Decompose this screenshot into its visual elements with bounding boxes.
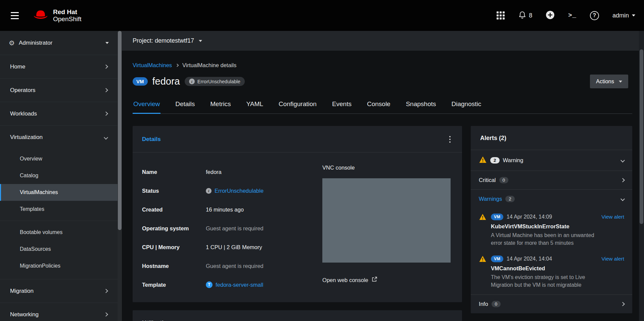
details-list: Name fedora Status i ErrorUnschedulable … (142, 163, 312, 294)
alerts-info-row[interactable]: Info 0 (471, 294, 632, 313)
notifications-button[interactable]: 8 (518, 10, 532, 20)
sidebar-item-label: Operators (10, 87, 36, 94)
chevron-right-icon (104, 64, 108, 69)
sidebar-scrollbar (118, 31, 122, 321)
redhat-openshift-logo[interactable]: Red Hat OpenShift (32, 8, 82, 23)
utilization-card-title: Utilization (142, 320, 171, 321)
sidebar-item-migrationpolicies[interactable]: MigrationPolicies (0, 258, 118, 274)
nav-toggle-button[interactable] (9, 10, 21, 21)
warning-icon (479, 256, 491, 289)
alert-name: KubeVirtVMStuckInErrorState (491, 223, 624, 230)
details-card-title[interactable]: Details (142, 136, 161, 143)
view-alert-link[interactable]: View alert (601, 214, 624, 220)
warning-icon (479, 156, 487, 165)
tab-diagnostic[interactable]: Diagnostic (451, 98, 482, 114)
info-label: Info (479, 301, 488, 307)
sidebar-item-templates[interactable]: Templates (0, 201, 118, 218)
plus-circle-icon (546, 10, 555, 20)
sidebar-item-label: Home (10, 63, 25, 70)
tab-yaml[interactable]: YAML (246, 98, 264, 114)
tab-snapshots[interactable]: Snapshots (405, 98, 437, 114)
critical-label: Critical (479, 177, 496, 183)
help-icon: ? (590, 11, 599, 20)
breadcrumb-link-virtualmachines[interactable]: VirtualMachines (133, 62, 172, 68)
sidebar-item-datasources[interactable]: DataSources (0, 241, 118, 258)
sidebar-item-label: Networking (10, 311, 39, 318)
redhat-fedora-icon (32, 8, 49, 22)
open-web-console-link[interactable]: Open web console (322, 277, 453, 283)
breadcrumb: VirtualMachines VirtualMachine details (133, 62, 632, 68)
chevron-down-icon (104, 135, 108, 140)
apps-grid-icon (497, 11, 505, 19)
main-scrollbar-thumb[interactable] (640, 49, 643, 224)
chevron-right-icon (104, 111, 108, 116)
detail-label-cpu-memory: CPU | Memory (142, 244, 206, 250)
alerts-warnings-row[interactable]: Warnings 2 (471, 189, 632, 208)
tab-configuration[interactable]: Configuration (278, 98, 317, 114)
warning-count-badge: 2 (490, 157, 500, 164)
chevron-right-icon (104, 88, 108, 92)
sidebar-item-virtualization[interactable]: Virtualization (0, 126, 118, 149)
status-badge[interactable]: i ErrorUnschedulable (185, 77, 245, 86)
caret-down-icon (199, 40, 202, 42)
actions-dropdown-button[interactable]: Actions (590, 75, 628, 88)
tab-metrics[interactable]: Metrics (210, 98, 231, 114)
notification-count: 8 (529, 12, 532, 19)
sidebar-scrollbar-thumb[interactable] (118, 31, 122, 230)
template-link[interactable]: fedora-server-small (216, 282, 263, 288)
sidebar-item-home[interactable]: Home (0, 55, 118, 79)
quick-create-button[interactable] (546, 10, 555, 20)
sidebar-item-operators[interactable]: Operators (0, 79, 118, 102)
tab-events[interactable]: Events (331, 98, 352, 114)
perspective-switcher[interactable]: ⚙ Administrator (0, 31, 118, 55)
view-alert-link[interactable]: View alert (601, 256, 624, 262)
cli-terminal-button[interactable]: >_ (568, 12, 577, 19)
critical-count-badge: 0 (499, 177, 509, 183)
vnc-console-preview[interactable] (322, 178, 451, 263)
caret-down-icon (619, 81, 622, 83)
tab-overview[interactable]: Overview (133, 98, 160, 114)
sidebar-item-virt-overview[interactable]: Overview (0, 150, 118, 167)
page-header: VM fedora i ErrorUnschedulable Actions (133, 75, 632, 88)
user-menu[interactable]: admin (612, 12, 635, 19)
sidebar-item-virtualmachines[interactable]: VirtualMachines (0, 184, 118, 201)
detail-label-hostname: Hostname (142, 263, 206, 269)
sidebar-item-label: Virtualization (10, 134, 43, 141)
kebab-menu-icon[interactable] (447, 135, 453, 144)
sidebar-item-migration[interactable]: Migration (0, 279, 118, 303)
sidebar-item-label: Workloads (10, 110, 37, 117)
sidebar-item-catalog[interactable]: Catalog (0, 167, 118, 184)
chevron-right-icon (104, 312, 108, 317)
brand-line2: OpenShift (53, 15, 82, 22)
terminal-icon: >_ (568, 12, 577, 19)
detail-label-created: Created (142, 207, 206, 213)
tab-details[interactable]: Details (175, 98, 195, 114)
detail-label-template: Template (142, 282, 206, 288)
vm-kind-badge: VM (491, 214, 503, 220)
project-selector[interactable]: Project: demotestwtf17 (133, 37, 202, 44)
sidebar-item-networking[interactable]: Networking (0, 303, 118, 321)
sidebar-item-label: Migration (10, 288, 34, 294)
username: admin (612, 12, 629, 19)
chevron-right-icon (620, 302, 625, 306)
chevron-right-icon (176, 64, 179, 67)
warnings-count-badge: 2 (505, 196, 515, 202)
alerts-warning-summary-row[interactable]: 2 Warning (471, 150, 632, 171)
tab-console[interactable]: Console (366, 98, 391, 114)
sidebar-nav: ⚙ Administrator Home Operators Workloads… (0, 31, 118, 321)
alert-item: VM 14 Apr 2024, 14:09 View alert KubeVir… (471, 208, 632, 250)
detail-label-name: Name (142, 169, 206, 175)
help-button[interactable]: ? (590, 11, 599, 20)
detail-label-status: Status (142, 188, 206, 194)
alerts-critical-row[interactable]: Critical 0 (471, 171, 632, 189)
sidebar-item-workloads[interactable]: Workloads (0, 102, 118, 126)
info-count-badge: 0 (492, 301, 501, 307)
status-link[interactable]: ErrorUnschedulable (215, 188, 264, 194)
app-launcher-button[interactable] (497, 11, 505, 19)
breadcrumb-current: VirtualMachine details (182, 62, 236, 68)
template-icon: T (206, 281, 213, 288)
sidebar-item-bootable-volumes[interactable]: Bootable volumes (0, 224, 118, 241)
details-card: Details Name fedora Status (133, 126, 462, 302)
alert-name: VMCannotBeEvicted (491, 265, 624, 272)
chevron-right-icon (104, 289, 108, 293)
